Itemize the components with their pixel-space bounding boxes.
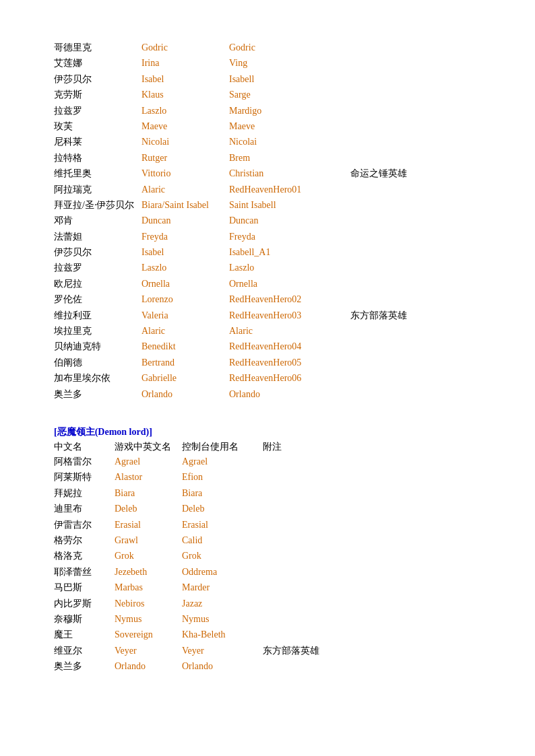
col-en: Klaus [141, 88, 229, 102]
table-row: 玫芙 Maeve Maeve [54, 119, 481, 134]
col-en: Benedikt [141, 339, 229, 354]
col-cn: 玫芙 [54, 119, 141, 134]
table-row: 克劳斯 Klaus Sarge [54, 88, 481, 102]
col-en: Rutger [141, 151, 229, 166]
col-en: Valeria [141, 308, 229, 323]
col-cn: 埃拉里克 [54, 324, 141, 339]
col-console: Nicolai [229, 135, 350, 149]
col-cn: 奈穆斯 [54, 612, 115, 627]
col-console: RedHeavenHero06 [229, 371, 350, 386]
col-cn: 拜妮拉 [54, 486, 115, 501]
table-row: 魔王 Sovereign Kha-Beleth [54, 627, 481, 642]
col-cn: 格劳尔 [54, 533, 115, 548]
col-cn: 拉特格 [54, 151, 141, 166]
col-console: Erasial [182, 518, 263, 532]
col-console: Agrael [182, 454, 263, 469]
col-console: Mardigo [229, 104, 350, 118]
col-en: Grawl [115, 533, 182, 548]
table-row: 维亚尔 Veyer Veyer 东方部落英雄 [54, 644, 481, 658]
demon-header-note: 附注 [263, 441, 282, 453]
col-en: Orlando [141, 387, 229, 402]
demon-section-header: [恶魔领主(Demon lord)] [54, 426, 481, 438]
col-en: Ornella [141, 277, 229, 291]
col-note: 东方部落英雄 [350, 308, 407, 323]
table-row: 拉特格 Rutger Brem [54, 151, 481, 166]
col-note: 命运之锤英雄 [350, 166, 407, 181]
col-en: Nymus [115, 612, 182, 627]
col-cn: 哥德里克 [54, 40, 141, 55]
demon-header-cn: 中文名 [54, 441, 115, 453]
table-row: 格劳尔 Grawl Calid [54, 533, 481, 548]
col-cn: 法蕾妲 [54, 230, 141, 244]
col-console: Ving [229, 56, 350, 71]
col-en: Grok [115, 549, 182, 563]
haven-rows-container: 哥德里克 Godric Godric 艾莲娜 Irina Ving 伊莎贝尔 I… [54, 40, 481, 402]
col-en: Biara/Saint Isabel [141, 198, 229, 213]
table-row: 阿莱斯特 Alastor Efion [54, 470, 481, 485]
table-row: 阿拉瑞克 Alaric RedHeavenHero01 [54, 182, 481, 197]
table-row: 拜妮拉 Biara Biara [54, 486, 481, 501]
col-cn: 尼科莱 [54, 135, 141, 149]
col-cn: 阿格雷尔 [54, 454, 115, 469]
col-cn: 艾莲娜 [54, 56, 141, 71]
col-cn: 伯阐德 [54, 355, 141, 370]
col-console: Isabell [229, 72, 350, 87]
col-en: Biara [115, 486, 182, 501]
col-en: Nebiros [115, 596, 182, 611]
table-row: 内比罗斯 Nebiros Jazaz [54, 596, 481, 611]
col-en: Lorenzo [141, 292, 229, 307]
col-cn: 阿拉瑞克 [54, 182, 141, 197]
col-console: Veyer [182, 644, 263, 658]
haven-heroes-section: 哥德里克 Godric Godric 艾莲娜 Irina Ving 伊莎贝尔 I… [54, 40, 481, 402]
table-row: 耶泽蕾丝 Jezebeth Oddrema [54, 565, 481, 580]
col-en: Freyda [141, 230, 229, 244]
table-row: 马巴斯 Marbas Marder [54, 580, 481, 595]
table-row: 罗伦佐 Lorenzo RedHeavenHero02 [54, 292, 481, 307]
col-console: Sarge [229, 88, 350, 102]
col-cn: 奥兰多 [54, 659, 115, 674]
col-cn: 马巴斯 [54, 580, 115, 595]
col-cn: 邓肯 [54, 213, 141, 228]
table-row: 奥兰多 Orlando Orlando [54, 387, 481, 402]
table-row: 奈穆斯 Nymus Nymus [54, 612, 481, 627]
table-row: 伯阐德 Bertrand RedHeavenHero05 [54, 355, 481, 370]
table-row: 法蕾妲 Freyda Freyda [54, 230, 481, 244]
col-console: Brem [229, 151, 350, 166]
col-cn: 贝纳迪克特 [54, 339, 141, 354]
table-row: 贝纳迪克特 Benedikt RedHeavenHero04 [54, 339, 481, 354]
table-row: 迪里布 Deleb Deleb [54, 502, 481, 516]
table-row: 加布里埃尔依 Gabrielle RedHeavenHero06 [54, 371, 481, 386]
col-cn: 伊雷吉尔 [54, 518, 115, 532]
col-console: Efion [182, 470, 263, 485]
col-en: Godric [141, 40, 229, 55]
col-note: 东方部落英雄 [263, 644, 319, 658]
col-en: Orlando [115, 659, 182, 674]
col-en: Irina [141, 56, 229, 71]
col-cn: 伊莎贝尔 [54, 245, 141, 260]
col-console: Alaric [229, 324, 350, 339]
col-en: Duncan [141, 213, 229, 228]
col-console: Orlando [229, 387, 350, 402]
col-cn: 格洛克 [54, 549, 115, 563]
col-console: Deleb [182, 502, 263, 516]
col-console: Freyda [229, 230, 350, 244]
col-console: Biara [182, 486, 263, 501]
col-cn: 维托里奥 [54, 166, 141, 181]
table-row: 伊莎贝尔 Isabel Isabell [54, 72, 481, 87]
col-en: Maeve [141, 119, 229, 134]
col-console: RedHeavenHero02 [229, 292, 350, 307]
col-console: Christian [229, 166, 350, 181]
table-row: 拉兹罗 Laszlo Mardigo [54, 104, 481, 118]
col-console: Saint Isabell [229, 198, 350, 213]
col-console: RedHeavenHero05 [229, 355, 350, 370]
col-console: Godric [229, 40, 350, 55]
col-console: Calid [182, 533, 263, 548]
col-cn: 伊莎贝尔 [54, 72, 141, 87]
col-en: Bertrand [141, 355, 229, 370]
col-console: Laszlo [229, 261, 350, 275]
col-cn: 阿莱斯特 [54, 470, 115, 485]
table-row: 维拉利亚 Valeria RedHeavenHero03 东方部落英雄 [54, 308, 481, 323]
col-console: Kha-Beleth [182, 627, 263, 642]
col-console: Nymus [182, 612, 263, 627]
col-cn: 维拉利亚 [54, 308, 141, 323]
